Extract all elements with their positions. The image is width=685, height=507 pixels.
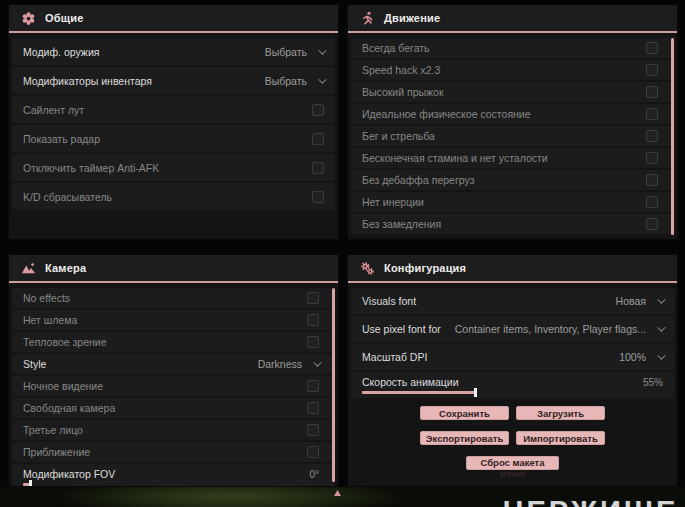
setting-label: Идеальное физическое состояние <box>362 108 531 120</box>
setting-row[interactable]: Свободная камера <box>12 398 335 418</box>
dropdown-value: Новая <box>616 295 646 307</box>
checkbox[interactable] <box>307 446 319 458</box>
slider-track[interactable] <box>362 391 567 394</box>
setting-label: Бесконечная стамина и нет усталости <box>362 152 548 164</box>
dropdown[interactable]: Darkness <box>258 358 319 370</box>
dropdown[interactable]: Новая <box>616 295 663 307</box>
checkbox[interactable] <box>646 152 658 164</box>
setting-label: Модификатор FOV <box>23 468 115 480</box>
setting-label: Ночное видение <box>23 380 103 392</box>
panel-config-header: Конфигурация <box>348 255 677 283</box>
checkbox[interactable] <box>312 133 324 145</box>
chevron-down-icon <box>657 351 665 359</box>
camera-scrollbar[interactable] <box>332 288 335 482</box>
checkbox[interactable] <box>646 196 658 208</box>
setting-row[interactable]: Сайлент лут <box>12 96 335 123</box>
config-button[interactable]: Импортировать <box>516 431 605 445</box>
background-watermark-text: ЧЕРЖИШЕ <box>503 495 678 507</box>
setting-row[interactable]: Тепловое зрение <box>12 332 335 352</box>
setting-row: StyleDarkness <box>12 354 335 374</box>
setting-label: Use pixel font for <box>362 323 441 335</box>
setting-label: Масштаб DPI <box>362 351 427 363</box>
checkbox[interactable] <box>646 174 658 186</box>
setting-label: Свободная камера <box>23 402 115 414</box>
dropdown-value: Выбрать <box>265 75 307 87</box>
setting-row[interactable]: Высокий прыжок <box>351 82 674 102</box>
setting-row[interactable]: Показать радар <box>12 125 335 152</box>
panel-camera: Камера No effectsНет шлемаТепловое зрени… <box>8 254 339 487</box>
config-button[interactable]: Экспортировать <box>420 431 509 445</box>
movement-scrollbar[interactable] <box>671 38 674 235</box>
slider-value: 55% <box>643 377 663 388</box>
setting-row[interactable]: No effects <box>12 288 335 308</box>
dropdown[interactable]: 100% <box>619 351 663 363</box>
checkbox[interactable] <box>646 42 658 54</box>
setting-row[interactable]: Отключить таймер Anti-AFK <box>12 154 335 181</box>
setting-row[interactable]: Ночное видение <box>12 376 335 396</box>
config-button[interactable]: Сохранить <box>420 406 509 420</box>
checkbox[interactable] <box>646 64 658 76</box>
setting-row[interactable]: Speed hack x2.3 <box>351 60 674 80</box>
checkbox[interactable] <box>646 130 658 142</box>
game-background: ЧЕРЖИШЕ <box>0 487 685 507</box>
slider-handle[interactable] <box>474 388 477 397</box>
chevron-down-icon <box>313 358 321 366</box>
panel-config: Конфигурация Visuals fontНоваяUse pixel … <box>347 254 678 487</box>
checkbox[interactable] <box>312 104 324 116</box>
setting-row[interactable]: Без замедления <box>351 214 674 234</box>
setting-row: Модификаторы инвентаряВыбрать <box>12 67 335 94</box>
slider-track[interactable] <box>23 483 319 486</box>
setting-label: Модиф. оружия <box>23 46 99 58</box>
setting-row[interactable]: Бег и стрельба <box>351 126 674 146</box>
config-button[interactable]: Сброс макета меню <box>466 456 559 470</box>
dropdown[interactable]: Выбрать <box>265 46 324 58</box>
setting-row[interactable]: Всегда бегать <box>351 38 674 58</box>
game-background-glow <box>60 487 400 507</box>
checkbox[interactable] <box>307 292 319 304</box>
checkbox[interactable] <box>646 86 658 98</box>
setting-label: Приближение <box>23 446 90 458</box>
movement-rows: Всегда бегатьSpeed hack x2.3Высокий прыж… <box>348 33 677 239</box>
checkbox[interactable] <box>646 108 658 120</box>
setting-row[interactable]: Приближение <box>12 442 335 462</box>
checkbox[interactable] <box>307 380 319 392</box>
general-rows: Модиф. оружияВыбратьМодификаторы инвента… <box>9 33 338 239</box>
checkbox[interactable] <box>307 402 319 414</box>
setting-label: Тепловое зрение <box>23 336 107 348</box>
dropdown[interactable]: Container items, Inventory, Player flags… <box>455 323 663 335</box>
slider-value: 0° <box>309 469 319 480</box>
setting-row[interactable]: Бесконечная стамина и нет усталости <box>351 148 674 168</box>
dropdown-value: Выбрать <box>265 46 307 58</box>
setting-row: Use pixel font forContainer items, Inven… <box>351 316 674 342</box>
setting-label: Сайлент лут <box>23 104 84 116</box>
setting-row[interactable]: K/D сбрасыватель <box>12 183 335 210</box>
dropdown[interactable]: Выбрать <box>265 75 324 87</box>
slider-handle[interactable] <box>29 480 32 486</box>
camera-rows: No effectsНет шлемаТепловое зрениеStyleD… <box>9 283 338 486</box>
setting-label: Speed hack x2.3 <box>362 64 440 76</box>
checkbox[interactable] <box>646 218 658 230</box>
panel-title: Камера <box>45 262 86 274</box>
double-gear-icon <box>360 261 375 276</box>
setting-label: Нет шлема <box>23 314 77 326</box>
setting-label: Без дебаффа перегруз <box>362 174 475 186</box>
button-row: СохранитьЗагрузить <box>420 406 605 420</box>
setting-row[interactable]: Идеальное физическое состояние <box>351 104 674 124</box>
config-button[interactable]: Загрузить <box>516 406 605 420</box>
panel-movement: Движение Всегда бегатьSpeed hack x2.3Выс… <box>347 4 678 240</box>
setting-label: Всегда бегать <box>362 42 430 54</box>
panel-title: Движение <box>384 12 440 24</box>
setting-row[interactable]: Без дебаффа перегруз <box>351 170 674 190</box>
button-row: Сброс макета меню <box>466 456 559 470</box>
checkbox[interactable] <box>307 314 319 326</box>
setting-label: Без замедления <box>362 218 441 230</box>
checkbox[interactable] <box>307 336 319 348</box>
setting-row[interactable]: Нет инерции <box>351 192 674 212</box>
setting-row[interactable]: Нет шлема <box>12 310 335 330</box>
setting-row[interactable]: Третье лицо <box>12 420 335 440</box>
checkbox[interactable] <box>307 424 319 436</box>
checkbox[interactable] <box>312 162 324 174</box>
checkbox[interactable] <box>312 191 324 203</box>
setting-label: Показать радар <box>23 133 100 145</box>
panel-general: Общие Модиф. оружияВыбратьМодификаторы и… <box>8 4 339 240</box>
